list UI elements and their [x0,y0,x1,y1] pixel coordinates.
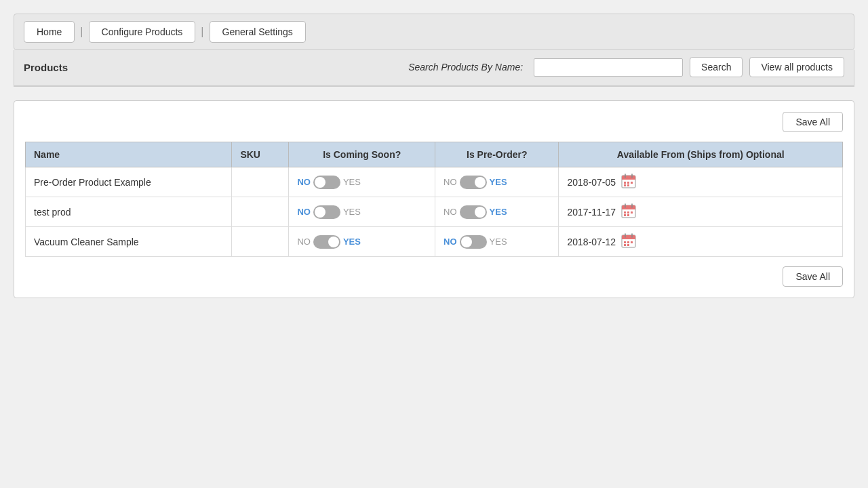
coming-soon-yes-label: YES [343,177,361,187]
coming-soon-no-label: NO [297,177,311,187]
search-button[interactable]: Search [690,57,743,77]
svg-rect-17 [631,211,633,214]
col-sku: SKU [232,142,289,167]
coming-soon-cell[interactable]: NOYES [289,227,435,257]
pre-order-toggle[interactable] [460,205,487,219]
svg-rect-22 [622,238,635,239]
save-all-bottom: Save All [25,266,843,287]
svg-rect-9 [627,184,629,186]
save-all-top: Save All [25,112,843,132]
available-from-date: 2018-07-12 [567,237,616,247]
svg-rect-29 [627,244,629,246]
product-name: test prod [26,197,232,227]
pre-order-yes-label: YES [490,177,507,187]
coming-soon-toggle[interactable] [313,176,340,189]
pre-order-yes-label: YES [490,207,507,217]
svg-rect-12 [622,208,635,209]
table-row: Vacuum Cleaner SampleNOYESNOYES2018-07-1… [26,227,843,257]
product-name: Vacuum Cleaner Sample [26,227,232,257]
svg-rect-28 [624,244,626,246]
calendar-icon[interactable] [621,233,636,250]
available-from-cell: 2018-07-05 [559,167,843,197]
products-table: Name SKU Is Coming Soon? Is Pre-Order? A… [25,142,843,257]
product-sku [232,197,289,227]
search-label: Search Products By Name: [408,62,523,73]
col-available-from: Available From (Ships from) Optional [559,142,843,167]
pre-order-no-label: NO [443,207,457,217]
save-all-bottom-button[interactable]: Save All [783,266,843,287]
svg-rect-7 [631,182,633,184]
save-all-top-button[interactable]: Save All [783,112,843,132]
coming-soon-cell[interactable]: NOYES [289,197,435,227]
pre-order-no-label: NO [443,237,457,247]
general-settings-button[interactable]: General Settings [210,21,306,43]
coming-soon-no-label: NO [297,207,311,217]
pre-order-yes-label: YES [490,237,507,247]
col-name: Name [26,142,232,167]
configure-products-button[interactable]: Configure Products [89,21,196,43]
svg-rect-18 [624,214,626,216]
svg-rect-8 [624,184,626,186]
pre-order-cell[interactable]: NOYES [435,227,559,257]
divider [14,86,854,87]
svg-rect-2 [622,178,635,180]
coming-soon-no-label: NO [297,237,311,247]
coming-soon-cell[interactable]: NOYES [289,167,435,197]
svg-rect-27 [631,241,633,243]
coming-soon-yes-label: YES [343,207,361,217]
svg-rect-25 [624,241,626,243]
col-coming-soon: Is Coming Soon? [289,142,435,167]
svg-rect-26 [627,241,629,243]
pre-order-cell[interactable]: NOYES [435,167,559,197]
content-panel: Save All Name SKU Is Coming Soon? Is Pre… [14,100,854,298]
svg-rect-19 [627,214,629,216]
product-name: Pre-Order Product Example [26,167,232,197]
coming-soon-yes-label: YES [343,237,361,247]
nav-sep-1: | [80,26,83,38]
product-sku [232,167,289,197]
nav-bar: Home | Configure Products | General Sett… [14,14,854,50]
available-from-date: 2018-07-05 [567,177,616,188]
view-all-products-button[interactable]: View all products [749,57,844,77]
search-input[interactable] [534,58,683,77]
calendar-icon[interactable] [621,174,636,190]
product-sku [232,227,289,257]
products-title: Products [24,62,68,73]
table-row: test prodNOYESNOYES2017-11-17 [26,197,843,227]
page-wrapper: Home | Configure Products | General Sett… [14,14,854,298]
coming-soon-toggle[interactable] [313,205,340,219]
col-pre-order: Is Pre-Order? [435,142,559,167]
svg-rect-6 [627,182,629,184]
pre-order-toggle[interactable] [460,235,487,249]
calendar-icon[interactable] [621,203,636,220]
nav-sep-2: | [201,26,203,38]
products-header: Products Search Products By Name: Search… [14,50,854,86]
table-row: Pre-Order Product ExampleNOYESNOYES2018-… [26,167,843,197]
home-button[interactable]: Home [24,21,75,43]
pre-order-toggle[interactable] [460,176,487,189]
svg-rect-5 [624,182,626,184]
pre-order-cell[interactable]: NOYES [435,197,559,227]
svg-rect-16 [627,211,629,214]
available-from-cell: 2017-11-17 [559,197,843,227]
available-from-cell: 2018-07-12 [559,227,843,257]
available-from-date: 2017-11-17 [567,207,616,218]
pre-order-no-label: NO [443,177,457,187]
coming-soon-toggle[interactable] [313,235,340,249]
svg-rect-15 [624,211,626,214]
